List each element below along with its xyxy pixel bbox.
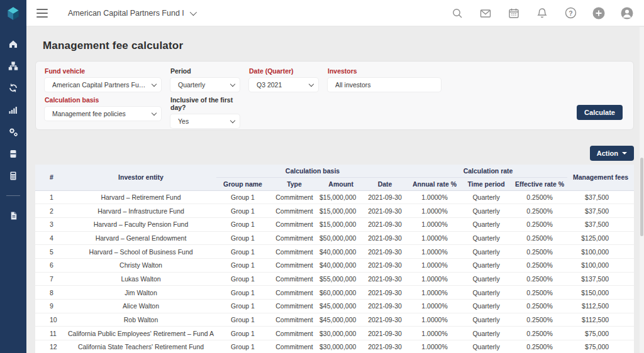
table-cell: $30,000,000 (319, 327, 361, 340)
table-cell: 0.2500% (512, 300, 567, 313)
help-icon[interactable]: ? (564, 6, 577, 20)
table-cell: 2021-09-30 (361, 217, 409, 231)
table-cell: 0.2500% (512, 245, 567, 259)
sync-icon[interactable] (7, 82, 19, 94)
table-cell: Commitment (269, 286, 319, 300)
calculation-basis-label: Calculation basis (45, 96, 161, 104)
table-cell: Group 1 (216, 258, 269, 272)
calculation-basis-select[interactable]: Management fee policies (45, 107, 161, 121)
table-cell: $15,000,000 (319, 217, 361, 231)
fund-selector-label: American Capital Partners Fund I (68, 9, 184, 18)
gears-icon[interactable] (7, 126, 19, 138)
investors-value: All investors (335, 81, 436, 89)
hierarchy-icon[interactable] (7, 60, 19, 72)
table-cell: $137,500 (567, 272, 634, 286)
table-cell: Quarterly (460, 204, 512, 218)
table-cell: $112,500 (567, 313, 634, 327)
document-icon[interactable] (7, 209, 19, 222)
period-select[interactable]: Quarterly (170, 78, 240, 92)
bar-chart-icon[interactable] (7, 104, 19, 116)
fee-calculator-form: Fund vehicle American Capital Partners F… (35, 61, 634, 130)
chevron-down-icon (309, 81, 314, 86)
table-cell: Quarterly (460, 340, 512, 353)
table-cell: $37,500 (567, 217, 634, 231)
mail-icon[interactable] (479, 6, 492, 20)
table-cell: 12 (35, 340, 65, 353)
table-cell: $40,000,000 (319, 245, 361, 259)
table-body: 1Harvard – Retirement FundGroup 1Commitm… (35, 190, 634, 353)
table-cell: 2021-09-30 (361, 300, 409, 313)
main-content: Management fee calculator Fund vehicle A… (26, 27, 644, 353)
management-fees-table: # Investor entity Calculation basis Calc… (35, 165, 634, 353)
calendar-icon[interactable] (507, 6, 521, 20)
header-amount: Amount (319, 177, 361, 190)
menu-toggle-icon[interactable] (36, 9, 48, 18)
fund-vehicle-select[interactable]: American Capital Partners Fund I Main Fu… (45, 78, 161, 92)
chevron-down-icon (152, 81, 157, 86)
action-dropdown-button[interactable]: Action (590, 146, 634, 161)
chevron-down-icon (190, 8, 197, 15)
table-cell: 1.0000% (409, 258, 460, 272)
table-cell: Lukas Walton (65, 272, 216, 286)
date-quarter-label: Date (Quarter) (249, 67, 318, 75)
table-cell: $40,000,000 (319, 258, 361, 272)
period-value: Quarterly (178, 81, 227, 89)
app-logo[interactable] (0, 0, 26, 26)
table-cell: 2021-09-30 (361, 327, 409, 340)
table-cell: 1.0000% (409, 313, 460, 327)
table-cell: 0.2500% (512, 340, 567, 353)
table-cell: Group 1 (216, 313, 269, 327)
table-cell: Group 1 (216, 231, 269, 245)
table-cell: 1 (35, 190, 65, 204)
add-icon[interactable] (592, 6, 606, 20)
header-type: Type (269, 177, 319, 190)
table-cell: Rob Walton (65, 313, 216, 327)
table-cell: Group 1 (216, 204, 269, 218)
header-date: Date (361, 177, 409, 190)
scrollbar-thumb[interactable] (640, 158, 643, 236)
notifications-bell-icon[interactable] (535, 6, 549, 20)
table-cell: Group 1 (216, 217, 269, 231)
header-time-period: Time period (460, 177, 512, 190)
fund-vehicle-value: American Capital Partners Fund I Main Fu… (52, 81, 148, 89)
field-date-quarter: Date (Quarter) Q3 2021 (249, 67, 318, 92)
table-cell: 1.0000% (409, 217, 460, 231)
user-avatar-icon[interactable] (620, 6, 634, 20)
table-cell: Commitment (269, 190, 319, 204)
table-cell: 10 (35, 313, 65, 327)
investors-input[interactable]: All investors (328, 78, 441, 92)
inclusive-first-day-select[interactable]: Yes (170, 114, 240, 128)
table-cell: Harvard – General Endowment (65, 231, 216, 245)
table-cell: 0.2500% (512, 231, 567, 245)
calculator-icon[interactable] (7, 170, 19, 182)
table-cell: 1.0000% (409, 286, 460, 300)
table-cell: Quarterly (460, 272, 512, 286)
date-quarter-select[interactable]: Q3 2021 (249, 78, 318, 92)
table-row: 4Harvard – General EndowmentGroup 1Commi… (35, 231, 634, 245)
fund-selector[interactable]: American Capital Partners Fund I (68, 9, 195, 18)
table-row: 7Lukas WaltonGroup 1Commitment$55,000,00… (35, 272, 634, 286)
period-label: Period (170, 67, 240, 75)
calculate-button[interactable]: Calculate (577, 105, 623, 120)
home-icon[interactable] (7, 38, 19, 50)
table-cell: 0.2500% (512, 327, 567, 340)
table-cell: 2021-09-30 (361, 340, 409, 353)
header-number: # (35, 165, 65, 190)
table-cell: 0.2500% (512, 286, 567, 300)
table-cell: 7 (35, 272, 65, 286)
vertical-scrollbar[interactable] (640, 27, 644, 353)
table-cell: Jim Walton (65, 286, 216, 300)
table-cell: Quarterly (460, 258, 512, 272)
table-cell: $55,000,000 (319, 272, 361, 286)
search-icon[interactable] (450, 6, 464, 20)
table-cell: $30,000,000 (319, 340, 361, 353)
table-row: 12California State Teachers' Retirement … (35, 340, 634, 353)
field-inclusive-first-day: Inclusive of the first day? Yes (170, 96, 240, 128)
table-cell: Harvard – Retirement Fund (65, 190, 216, 204)
journal-icon[interactable] (7, 148, 19, 160)
table-cell: 2021-09-30 (361, 204, 409, 218)
table-cell: $150,000 (567, 286, 634, 300)
table-cell: 1.0000% (409, 190, 460, 204)
table-cell: 1.0000% (409, 300, 460, 313)
chevron-down-icon (152, 110, 157, 115)
